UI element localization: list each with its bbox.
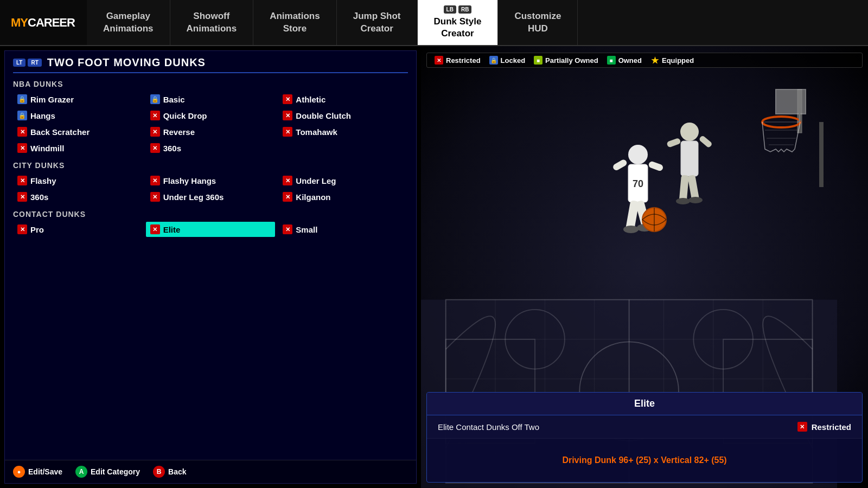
info-panel-title: Elite (427, 393, 862, 415)
dunk-windmill[interactable]: ✕Windmill (13, 140, 143, 156)
restricted-icon: ✕ (283, 192, 292, 202)
dunk-hangs[interactable]: 🔒Hangs (13, 108, 143, 123)
restricted-icon: ✕ (150, 143, 160, 153)
nav-logo: MYCAREER (0, 0, 87, 45)
locked-legend-label: Locked (501, 56, 526, 65)
svg-rect-19 (776, 89, 806, 114)
players-svg: 70 (454, 111, 833, 317)
bottom-action-bar: ● Edit/Save A Edit Category B Back (5, 460, 416, 483)
back-action[interactable]: B Back (153, 466, 186, 478)
dunk-pro[interactable]: ✕Pro (13, 222, 143, 237)
edit-save-btn-icon: ● (13, 466, 25, 478)
tab-jumpshot[interactable]: Jump Shot Creator (337, 0, 418, 45)
svg-point-27 (628, 145, 648, 164)
equipped-legend-label: Equipped (662, 56, 694, 65)
owned-legend-icon: ■ (607, 56, 616, 65)
lb-rb-buttons: LB RB (434, 5, 482, 14)
info-status-icon: ✕ (797, 422, 807, 432)
contact-dunks-grid: ✕Pro ✕Elite ✕Small (13, 222, 408, 237)
dunk-360s-nba[interactable]: ✕360s (146, 140, 276, 156)
tab-gameplay[interactable]: Gameplay Animations (87, 0, 170, 45)
court-background: 70 (421, 46, 868, 488)
partial-legend-icon: ■ (534, 56, 542, 65)
svg-text:70: 70 (633, 178, 643, 189)
restricted-icon: ✕ (150, 127, 160, 137)
back-label: Back (168, 467, 186, 476)
dunk-360s-city[interactable]: ✕360s (13, 189, 143, 204)
partial-legend-label: Partially Owned (545, 56, 598, 65)
category-city-dunks: CITY DUNKS (13, 161, 408, 170)
locked-icon: 🔒 (17, 111, 27, 120)
dunk-flashy-hangs[interactable]: ✕Flashy Hangs (146, 173, 276, 188)
dunk-quick-drop[interactable]: ✕Quick Drop (146, 108, 276, 123)
restricted-icon: ✕ (283, 111, 292, 120)
nav-bar: MYCAREER Gameplay Animations Showoff Ani… (0, 0, 868, 46)
restricted-icon: ✕ (17, 192, 27, 202)
dunk-flashy[interactable]: ✕Flashy (13, 173, 143, 188)
left-panel: LT RT TWO FOOT MOVING DUNKS NBA DUNKS 🔒R… (4, 50, 417, 484)
panel-title-bar: LT RT TWO FOOT MOVING DUNKS (13, 56, 408, 73)
info-description: Elite Contact Dunks Off Two (438, 422, 797, 432)
panel-title: TWO FOOT MOVING DUNKS (47, 56, 206, 69)
svg-point-43 (688, 197, 703, 203)
dunk-under-leg[interactable]: ✕Under Leg (278, 173, 408, 188)
restricted-icon: ✕ (150, 111, 160, 120)
dunk-rim-grazer[interactable]: 🔒Rim Grazer (13, 92, 143, 107)
restricted-legend-label: Restricted (446, 56, 481, 65)
dunk-double-clutch[interactable]: ✕Double Clutch (278, 108, 408, 123)
info-requirements: Driving Dunk 96+ (25) x Vertical 82+ (55… (427, 439, 862, 482)
logo-my: MY (11, 16, 28, 29)
info-status-label: Restricted (812, 422, 851, 432)
city-dunks-grid: ✕Flashy ✕Flashy Hangs ✕Under Leg ✕360s ✕… (13, 173, 408, 204)
dunk-reverse[interactable]: ✕Reverse (146, 124, 276, 139)
tab-hud[interactable]: Customize HUD (498, 0, 578, 45)
restricted-icon: ✕ (283, 176, 292, 185)
svg-point-36 (680, 123, 699, 141)
lt-button[interactable]: LT (13, 59, 25, 67)
main-content: LT RT TWO FOOT MOVING DUNKS NBA DUNKS 🔒R… (0, 46, 868, 488)
tab-dunk[interactable]: LB RB Dunk Style Creator (418, 0, 499, 45)
locked-icon: 🔒 (17, 94, 27, 104)
info-panel-row: Elite Contact Dunks Off Two ✕ Restricted (427, 415, 862, 439)
requirements-text: Driving Dunk 96+ (25) x Vertical 82+ (55… (562, 455, 726, 465)
tab-store[interactable]: Animations Store (253, 0, 337, 45)
nba-dunks-grid: 🔒Rim Grazer 🔒Basic ✕Athletic 🔒Hangs ✕Qui… (13, 92, 408, 156)
tab-showoff[interactable]: Showoff Animations (170, 0, 254, 45)
restricted-icon: ✕ (283, 224, 292, 234)
rt-button[interactable]: RT (28, 59, 41, 67)
legend-locked: 🔒 Locked (489, 56, 526, 65)
dunk-athletic[interactable]: ✕Athletic (278, 92, 408, 107)
svg-rect-37 (681, 141, 698, 176)
edit-category-action[interactable]: A Edit Category (75, 466, 140, 478)
owned-legend-label: Owned (618, 56, 642, 65)
svg-rect-31 (648, 160, 663, 172)
dunk-small[interactable]: ✕Small (278, 222, 408, 237)
rb-badge: RB (458, 5, 471, 14)
svg-rect-30 (612, 158, 628, 171)
restricted-icon: ✕ (17, 143, 27, 153)
legend-partial: ■ Partially Owned (534, 56, 598, 65)
edit-category-btn-icon: A (75, 466, 87, 478)
dunk-under-leg-360s[interactable]: ✕Under Leg 360s (146, 189, 276, 204)
dunk-elite[interactable]: ✕Elite (146, 222, 276, 237)
dunk-basic[interactable]: 🔒Basic (146, 92, 276, 107)
panel-trigger-buttons: LT RT (13, 59, 42, 67)
edit-save-action[interactable]: ● Edit/Save (13, 466, 62, 478)
info-status: ✕ Restricted (797, 422, 851, 432)
locked-legend-icon: 🔒 (489, 56, 498, 65)
dunk-tomahawk[interactable]: ✕Tomahawk (278, 124, 408, 139)
restricted-icon: ✕ (150, 176, 160, 185)
restricted-icon: ✕ (17, 127, 27, 137)
locked-icon: 🔒 (150, 94, 160, 104)
legend-owned: ■ Owned (607, 56, 642, 65)
back-btn-icon: B (153, 466, 165, 478)
right-panel: 70 (421, 46, 868, 488)
svg-rect-39 (699, 135, 713, 148)
restricted-icon: ✕ (150, 224, 160, 234)
info-panel: Elite Elite Contact Dunks Off Two ✕ Rest… (426, 392, 863, 483)
lb-badge: LB (444, 5, 456, 14)
dunk-kilganon[interactable]: ✕Kilganon (278, 189, 408, 204)
dunk-back-scratcher[interactable]: ✕Back Scratcher (13, 124, 143, 139)
legend-equipped: ★ Equipped (650, 56, 694, 65)
equipped-legend-icon: ★ (650, 56, 659, 65)
